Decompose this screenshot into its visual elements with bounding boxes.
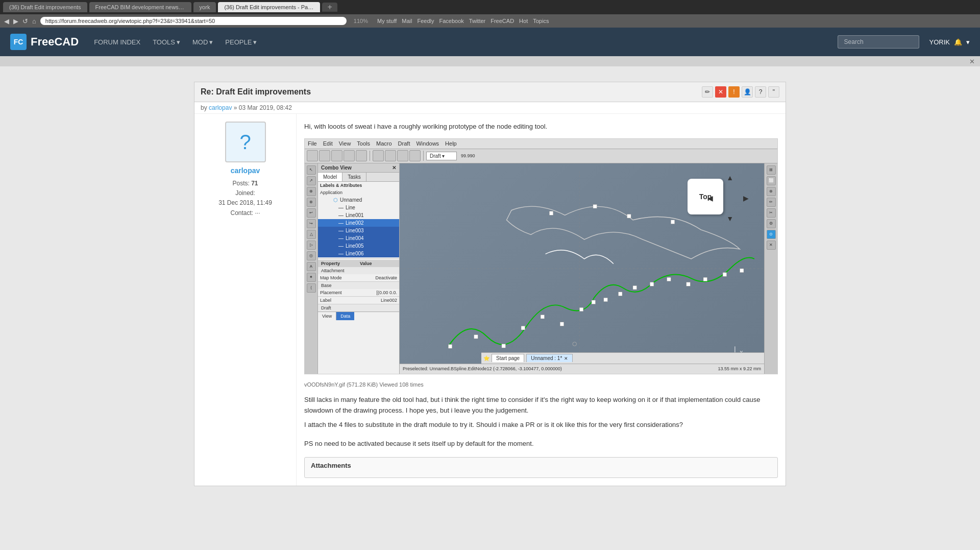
bookmark-twitter[interactable]: Twitter	[469, 18, 485, 24]
tab-2[interactable]: FreeCAD BIM development news - Febr...	[89, 2, 191, 12]
home-button[interactable]: ⌂	[32, 17, 36, 25]
fc-menu-help[interactable]: Help	[445, 140, 457, 147]
bookmark-feedly[interactable]: Feedly	[417, 18, 434, 24]
bookmark-facebook[interactable]: Facebook	[439, 18, 464, 24]
reload-button[interactable]: ↺	[22, 17, 28, 25]
freecad-panel: Combo View ✕ Model Tasks Label	[318, 163, 400, 374]
back-button[interactable]: ◀	[4, 17, 9, 25]
svg-rect-13	[650, 282, 654, 286]
edit-post-icon[interactable]: ✏	[702, 86, 713, 98]
nav-people[interactable]: PEOPLE ▾	[220, 35, 262, 49]
left-tool-12[interactable]: ⟨	[307, 283, 316, 293]
right-tool-4[interactable]: ✏	[767, 198, 776, 207]
nav-cube-up[interactable]: ▲	[726, 174, 733, 182]
view-tab[interactable]: View	[318, 312, 336, 320]
delete-post-icon[interactable]: ✕	[715, 86, 726, 98]
nav-cube-down[interactable]: ▼	[726, 214, 733, 223]
tree-line006[interactable]: —Line006	[318, 250, 399, 257]
left-tool-8[interactable]: ▷	[307, 241, 316, 250]
left-tool-5[interactable]: ↩	[307, 208, 316, 218]
prop-attachment: Attachment	[318, 267, 399, 274]
contact-link[interactable]: ···	[255, 209, 260, 217]
fc-menu-draft[interactable]: Draft	[398, 140, 410, 147]
tree-line001[interactable]: —Line001	[318, 211, 399, 219]
fc-tool-7[interactable]	[385, 150, 396, 161]
bookmark-mail[interactable]: Mail	[402, 18, 412, 24]
left-tool-1[interactable]: ↖	[307, 165, 316, 175]
left-tool-2[interactable]: ↗	[307, 176, 316, 185]
unnamed-item[interactable]: ⬡ Unnamed	[318, 196, 399, 204]
post-sidebar: ? carlopav Posts: 71 Joined: 31 Dec 2018…	[194, 114, 297, 486]
left-tool-7[interactable]: △	[307, 230, 316, 239]
bookmark-hot[interactable]: Hot	[519, 18, 528, 24]
right-tool-3[interactable]: ⊕	[767, 187, 776, 196]
arrow-sep: »	[234, 104, 237, 111]
fc-menu-file[interactable]: File	[308, 140, 317, 147]
fc-tool-5[interactable]	[356, 150, 367, 161]
left-tool-10[interactable]: A	[307, 262, 316, 271]
tab-1[interactable]: (36) Draft Edit improvements	[3, 2, 87, 12]
start-page-tab[interactable]: Start page	[492, 354, 524, 362]
tab-4-active[interactable]: (36) Draft Edit improvements - Page 6 -.…	[218, 2, 320, 12]
nav-tools[interactable]: TOOLS ▾	[148, 35, 185, 49]
fc-tool-4[interactable]	[344, 150, 355, 161]
new-tab-button[interactable]: +	[322, 3, 337, 12]
tree-line[interactable]: —Line	[318, 204, 399, 211]
fc-tool-3[interactable]	[331, 150, 342, 161]
nav-mod[interactable]: MOD ▾	[187, 35, 218, 49]
profile-post-icon[interactable]: 👤	[742, 86, 753, 98]
nav-cube-left[interactable]: ◀	[707, 194, 713, 202]
search-input[interactable]	[838, 35, 919, 49]
fc-tool-8[interactable]	[397, 150, 408, 161]
notification-icon[interactable]: 🔔	[954, 38, 962, 46]
fc-tool-6[interactable]	[373, 150, 384, 161]
right-tool-2[interactable]: ⬜	[767, 176, 776, 185]
unnamed-tab-close[interactable]: ✕	[564, 356, 568, 361]
fc-menu-macro[interactable]: Macro	[376, 140, 392, 147]
left-tool-9[interactable]: ◎	[307, 251, 316, 260]
fc-tool-1[interactable]	[307, 150, 318, 161]
fc-menu-windows[interactable]: Windows	[416, 140, 439, 147]
tasks-tab[interactable]: Tasks	[342, 173, 366, 181]
tree-line003[interactable]: —Line003	[318, 227, 399, 234]
left-tool-6[interactable]: ↪	[307, 219, 316, 228]
draft-dropdown[interactable]: Draft ▾	[426, 152, 457, 160]
tree-line005[interactable]: —Line005	[318, 242, 399, 250]
forward-button[interactable]: ▶	[13, 17, 18, 25]
fc-menu-edit[interactable]: Edit	[323, 140, 333, 147]
left-tool-4[interactable]: ⊗	[307, 198, 316, 207]
bookmark-mystuff[interactable]: My stuff	[377, 18, 397, 24]
bookmark-freecad[interactable]: FreeCAD	[491, 18, 514, 24]
author-link[interactable]: carlopav	[209, 104, 232, 111]
right-tool-5[interactable]: ✂	[767, 208, 776, 218]
data-tab[interactable]: Data	[336, 312, 354, 320]
url-bar[interactable]: https://forum.freecadweb.org/viewtopic.p…	[40, 17, 347, 25]
nav-forum-index[interactable]: FORUM INDEX	[89, 35, 145, 49]
left-tool-3[interactable]: ⊕	[307, 187, 316, 196]
panel-close[interactable]: ✕	[392, 165, 396, 171]
right-tool-8[interactable]: ✕	[767, 241, 776, 250]
tab-3[interactable]: york	[193, 2, 216, 12]
fc-menu-tools[interactable]: Tools	[357, 140, 370, 147]
model-tab[interactable]: Model	[318, 173, 342, 181]
user-menu-arrow[interactable]: ▾	[966, 38, 970, 46]
warn-post-icon[interactable]: !	[728, 86, 740, 98]
right-tool-7[interactable]: ⊙	[767, 230, 776, 239]
tree-line002[interactable]: —Line002	[318, 219, 399, 227]
right-tool-6[interactable]: ⚙	[767, 219, 776, 228]
right-tool-1[interactable]: ⊞	[767, 165, 776, 175]
close-announcement[interactable]: ✕	[969, 58, 975, 65]
left-tool-11[interactable]: ✦	[307, 273, 316, 282]
help-post-icon[interactable]: ?	[755, 86, 766, 98]
prop-label-label: Label	[320, 298, 381, 303]
tree-line004[interactable]: —Line004	[318, 234, 399, 242]
forum-logo[interactable]: FC FreeCAD	[10, 34, 79, 50]
bookmark-topics[interactable]: Topics	[533, 18, 549, 24]
fc-tool-9[interactable]	[409, 150, 421, 161]
quote-post-icon[interactable]: "	[768, 86, 779, 98]
author-username[interactable]: carlopav	[231, 166, 260, 175]
unnamed-tab[interactable]: Unnamed : 1* ✕	[526, 354, 573, 362]
fc-tool-2[interactable]	[319, 150, 330, 161]
nav-cube-right[interactable]: ▶	[743, 194, 749, 202]
fc-menu-view[interactable]: View	[339, 140, 351, 147]
